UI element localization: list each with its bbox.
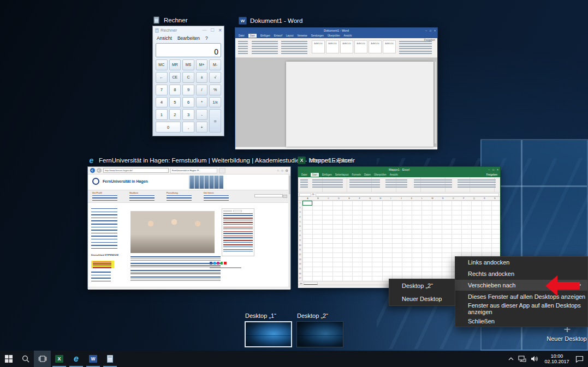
excel-icon: X [55, 355, 63, 363]
menu-bearbeiten: Bearbeiten [177, 35, 200, 41]
network-button[interactable] [518, 356, 526, 362]
facebook-icon [210, 262, 212, 264]
key-5: 5 [169, 97, 181, 108]
number-group [385, 179, 407, 189]
social-icons [210, 262, 227, 264]
menu-item-close[interactable]: Schließen [455, 315, 587, 327]
ribbon-tab: Überprüfen [328, 34, 340, 37]
copyright-line [210, 267, 241, 268]
fx-icon: fx [312, 193, 314, 196]
window-thumbnail-word[interactable]: Dokument1 - Word –□× DateiStartEinfügenE… [235, 27, 438, 149]
calculator-display: 0 [156, 43, 221, 57]
excel-ribbon-tabs: DateiStartEinfügenSeitenlayoutFormelnDat… [298, 172, 500, 177]
thumbnail-label-word: W Dokument1 - Word [239, 16, 302, 25]
thumbnail-label-excel: X Mappe1 - Excel [298, 156, 353, 164]
word-scrollbar [435, 62, 436, 143]
menu-item-show-app-windows-all-desktops[interactable]: Fenster aus dieser App auf allen Desktop… [455, 302, 587, 315]
key-multiply: * [196, 97, 208, 108]
minimize-icon: — [203, 27, 207, 33]
word-title: Dokument1 - Word [324, 29, 349, 32]
desktop-2-label: Desktop „2“ [297, 312, 328, 319]
action-center-button[interactable] [575, 356, 584, 363]
ie-scrollbar [288, 175, 290, 287]
action-center-icon [575, 356, 584, 363]
menu-ansicht: Ansicht [157, 35, 172, 41]
youtube-icon [224, 262, 227, 264]
key-minus: - [196, 109, 208, 120]
column-header: N [438, 197, 448, 200]
speaker-icon [531, 356, 538, 362]
taskbar-word-button[interactable]: W [85, 351, 102, 367]
desktop-2-thumbnail[interactable] [296, 321, 343, 347]
excel-title: Mappe1 - Excel [389, 168, 409, 171]
maximize-icon: ▢ [211, 27, 215, 33]
key-1: 1 [156, 109, 168, 120]
style-chip: AaBbCcDd [354, 40, 367, 53]
taskbar-ie-button[interactable]: e [68, 351, 85, 367]
network-icon [518, 356, 526, 362]
browser-tab: FernUniversität in Hagen: F... [170, 168, 217, 173]
nav-section: Uni Intern [204, 191, 237, 194]
excel-titlebar: Mappe1 - Excel –□× [298, 167, 500, 172]
sidebar-link-list [91, 208, 117, 250]
key-reciprocal: 1/x [209, 97, 221, 108]
search-button[interactable] [17, 351, 34, 367]
column-header: J [396, 197, 406, 200]
key-equals: = [209, 109, 221, 133]
window-thumbnail-calculator[interactable]: Rechner — ▢ × Ansicht Bearbeiten ? 0 MC … [152, 26, 224, 136]
formula-bar: fx [298, 192, 500, 197]
row-header: 14 [298, 262, 302, 267]
window-thumbnail-ie[interactable]: http://www.fernuni-hagen.de/ FernUnivers… [87, 166, 291, 289]
ribbon-tab: Ansicht [343, 34, 352, 37]
row-header: 8 [298, 233, 302, 238]
stipendium-logo-text: Deutschland STIPENDIUM [91, 254, 118, 257]
key-7: 7 [156, 85, 168, 95]
system-tray: 10:00 02.10.2017 [508, 351, 588, 367]
ribbon-tab: Daten [364, 173, 371, 176]
thumbnail-title: Mappe1 - Excel [309, 157, 353, 164]
calculator-icon [152, 16, 161, 24]
ribbon-tab: Überprüfen [374, 173, 387, 176]
promo-banner [91, 261, 114, 268]
word-icon: W [239, 16, 247, 25]
menu-item-snap-left[interactable]: Links andocken [455, 257, 587, 268]
row-header: 15 [298, 267, 302, 272]
task-view-button[interactable] [34, 351, 51, 367]
desktop-1-thumbnail[interactable] [245, 321, 292, 347]
thumbnail-label-calculator: Rechner [152, 16, 187, 24]
ribbon-tab: Verweise [298, 34, 307, 37]
column-headers: ABCDEFGHIJKLMNOPQRS [298, 197, 500, 201]
row-header: 2 [298, 206, 302, 210]
word-icon: W [89, 355, 97, 363]
windows-logo-icon [5, 355, 13, 363]
key-plusminus: ± [196, 72, 208, 83]
column-header: O [448, 197, 459, 200]
column-header: I [385, 197, 396, 200]
styles-group [414, 179, 452, 189]
submenu-item-desktop-2[interactable]: Desktop „2“ [389, 279, 455, 292]
submenu-item-new-desktop[interactable]: Neuer Desktop [389, 292, 455, 305]
row-header: 17 [298, 276, 302, 281]
ribbon-tab: Einfügen [322, 173, 332, 176]
tray-overflow-button[interactable] [508, 357, 514, 360]
key-2: 2 [169, 109, 181, 120]
calculator-icon [107, 355, 113, 363]
start-button[interactable] [0, 351, 17, 367]
key-c: C [182, 72, 194, 83]
calculator-titlebar: Rechner — ▢ × [153, 26, 224, 34]
column-header: C [323, 197, 334, 200]
taskbar-calculator-button[interactable] [102, 351, 118, 367]
thumbnail-title: Rechner [164, 17, 187, 23]
row-header: 16 [298, 272, 302, 276]
key-mminus: M- [209, 59, 221, 70]
paragraph-group [281, 41, 307, 54]
ribbon-tab: Start [248, 34, 257, 38]
taskbar-excel-button[interactable]: X [51, 351, 68, 367]
red-arrow-annotation [545, 275, 580, 297]
row-header: 4 [298, 215, 302, 220]
volume-button[interactable] [531, 356, 538, 362]
taskbar-clock[interactable]: 10:00 02.10.2017 [543, 353, 571, 364]
row-header: 3 [298, 210, 302, 215]
ribbon-tab: Seitenlayout [335, 173, 349, 176]
students-photo [130, 211, 215, 253]
